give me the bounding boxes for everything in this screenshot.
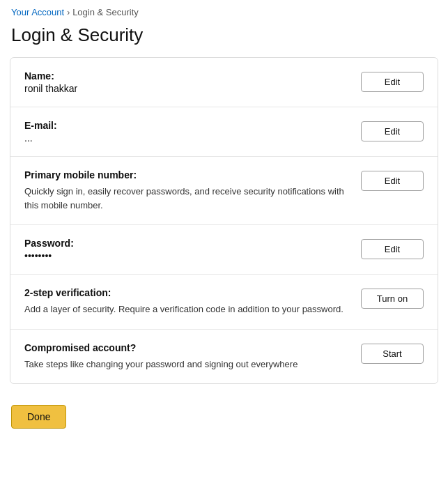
edit-name-button[interactable]: Edit <box>361 72 424 92</box>
email-content: E-mail: ... <box>24 120 361 144</box>
edit-password-button[interactable]: Edit <box>361 239 424 259</box>
breadcrumb-account-link[interactable]: Your Account <box>11 7 64 17</box>
mobile-row: Primary mobile number: Quickly sign in, … <box>10 157 438 225</box>
password-value: •••••••• <box>24 250 350 261</box>
password-label: Password: <box>24 238 350 249</box>
security-card: Name: ronil thakkar Edit E-mail: ... Edi… <box>10 57 438 384</box>
start-compromised-button[interactable]: Start <box>361 344 424 364</box>
mobile-content: Primary mobile number: Quickly sign in, … <box>24 169 361 212</box>
password-action: Edit <box>361 238 424 259</box>
compromised-content: Compromised account? Take steps like cha… <box>24 342 361 371</box>
breadcrumb: Your Account › Login & Security <box>0 0 448 22</box>
twostep-description: Add a layer of security. Require a verif… <box>24 302 350 316</box>
compromised-label: Compromised account? <box>24 342 350 353</box>
compromised-row: Compromised account? Take steps like cha… <box>10 330 438 384</box>
email-action: Edit <box>361 120 424 141</box>
compromised-action: Start <box>361 342 424 364</box>
name-content: Name: ronil thakkar <box>24 70 361 94</box>
name-row: Name: ronil thakkar Edit <box>10 58 438 107</box>
mobile-description: Quickly sign in, easily recover password… <box>24 185 350 212</box>
twostep-label: 2-step verification: <box>24 287 350 298</box>
page-title: Login & Security <box>0 22 448 57</box>
edit-email-button[interactable]: Edit <box>361 121 424 141</box>
mobile-label: Primary mobile number: <box>24 169 350 181</box>
email-value: ... <box>24 132 350 144</box>
password-row: Password: •••••••• Edit <box>10 225 438 275</box>
name-label: Name: <box>24 70 350 82</box>
turn-on-2step-button[interactable]: Turn on <box>361 289 424 309</box>
edit-mobile-button[interactable]: Edit <box>361 171 424 191</box>
twostep-action: Turn on <box>361 287 424 309</box>
email-label: E-mail: <box>24 120 350 131</box>
name-value: ronil thakkar <box>24 83 350 94</box>
compromised-description: Take steps like changing your password a… <box>24 358 350 371</box>
twostep-row: 2-step verification: Add a layer of secu… <box>10 275 438 330</box>
twostep-content: 2-step verification: Add a layer of secu… <box>24 287 361 316</box>
password-content: Password: •••••••• <box>24 238 361 261</box>
breadcrumb-current: Login & Security <box>72 7 139 17</box>
name-action: Edit <box>361 70 424 92</box>
email-row: E-mail: ... Edit <box>10 107 438 157</box>
done-button[interactable]: Done <box>11 405 66 429</box>
mobile-action: Edit <box>361 169 424 191</box>
breadcrumb-separator: › <box>67 8 70 17</box>
